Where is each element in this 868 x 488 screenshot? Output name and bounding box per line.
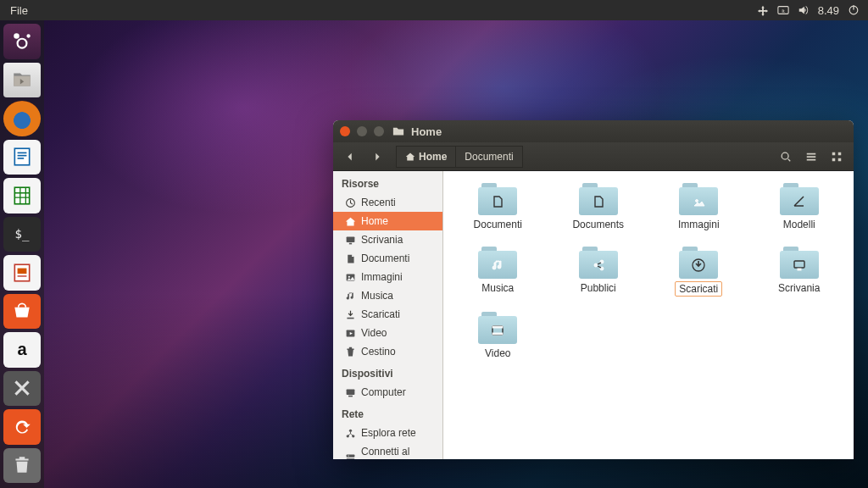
calc-launcher[interactable] — [3, 178, 41, 214]
nav-forward-button[interactable] — [365, 146, 389, 168]
nav-back-button[interactable] — [338, 146, 362, 168]
sidebar-item-recenti[interactable]: Recenti — [333, 193, 442, 212]
folder-documenti[interactable]: Documenti — [450, 183, 546, 231]
folder-icon — [780, 247, 819, 279]
path-bar: Home Documenti — [396, 146, 523, 168]
svg-point-24 — [348, 275, 350, 277]
svg-rect-22 — [349, 242, 352, 244]
sound-indicator-icon[interactable] — [798, 4, 810, 16]
keyboard-indicator-icon[interactable]: It — [777, 4, 789, 16]
update-launcher[interactable] — [3, 409, 41, 445]
svg-rect-14 — [18, 275, 27, 276]
sidebar-item-label: Connetti al server — [361, 446, 434, 459]
software-center-launcher[interactable] — [3, 294, 41, 330]
impress-launcher[interactable] — [3, 255, 41, 291]
window-maximize-button[interactable] — [374, 126, 384, 136]
path-segment-documenti[interactable]: Documenti — [456, 146, 522, 168]
folder-pubblici[interactable]: Pubblici — [551, 247, 647, 297]
computer-icon — [345, 387, 356, 398]
menu-file[interactable]: File — [0, 4, 38, 17]
list-view-button[interactable] — [799, 146, 823, 168]
folder-immagini[interactable]: Immagini — [651, 183, 747, 231]
folder-documents[interactable]: Documents — [551, 183, 647, 231]
window-minimize-button[interactable] — [357, 126, 367, 136]
icon-view-button[interactable] — [825, 146, 849, 168]
unity-launcher: $_ a — [0, 20, 44, 488]
folder-musica[interactable]: Musica — [450, 247, 546, 297]
home-icon — [405, 152, 415, 162]
sidebar-item-computer[interactable]: Computer — [333, 383, 442, 402]
files-launcher[interactable] — [3, 63, 41, 98]
top-menubar: File It 8.49 — [0, 0, 868, 20]
clock[interactable]: 8.49 — [818, 4, 839, 17]
svg-rect-43 — [492, 326, 503, 328]
trash-launcher[interactable] — [3, 448, 41, 484]
folder-icon — [478, 312, 517, 344]
sidebar-item-cestino[interactable]: Cestino — [333, 342, 442, 361]
sidebar-item-label: Video — [361, 327, 387, 339]
server-icon — [345, 452, 356, 460]
desktop-icon — [345, 235, 356, 246]
sidebar-item-label: Immagini — [361, 271, 403, 283]
svg-rect-26 — [347, 389, 355, 395]
system-tray: It 8.49 — [757, 4, 868, 17]
folder-label: Pubblici — [577, 281, 620, 295]
clock-icon — [345, 197, 356, 208]
sidebar-item-home[interactable]: Home — [333, 212, 442, 230]
svg-rect-18 — [832, 158, 836, 161]
sidebar-item-scrivania[interactable]: Scrivania — [333, 230, 442, 249]
sidebar-item-musica[interactable]: Musica — [333, 286, 442, 305]
network-icon — [345, 428, 356, 439]
firefox-launcher[interactable] — [3, 101, 41, 136]
sidebar-item-immagini[interactable]: Immagini — [333, 268, 442, 286]
terminal-launcher[interactable]: $_ — [3, 217, 41, 252]
sidebar-section-network: Rete — [333, 402, 442, 424]
writer-launcher[interactable] — [3, 140, 41, 175]
svg-rect-8 — [18, 152, 27, 154]
svg-rect-32 — [347, 458, 355, 459]
sidebar-item-scaricati[interactable]: Scaricati — [333, 305, 442, 324]
svg-point-5 — [18, 39, 27, 48]
folder-label: Documents — [569, 218, 627, 231]
folder-scrivania[interactable]: Scrivania — [752, 247, 848, 297]
sidebar-item-video[interactable]: Video — [333, 324, 442, 342]
folder-video[interactable]: Video — [450, 312, 546, 360]
folder-scaricati[interactable]: Scaricati — [651, 247, 747, 297]
folder-modelli[interactable]: Modelli — [752, 183, 848, 231]
svg-rect-40 — [794, 261, 804, 268]
window-titlebar[interactable]: Home — [333, 120, 854, 142]
svg-rect-9 — [18, 155, 27, 157]
trash-icon — [345, 347, 356, 358]
folder-label: Scrivania — [775, 281, 823, 295]
svg-rect-11 — [14, 187, 29, 204]
path-segment-home[interactable]: Home — [396, 146, 456, 168]
amazon-launcher[interactable]: a — [3, 332, 41, 368]
files-window: Home Home Documenti Risorse RecentiHomeS… — [333, 120, 854, 459]
folder-icon — [478, 247, 517, 279]
settings-launcher[interactable] — [3, 371, 41, 407]
search-button[interactable] — [774, 146, 798, 168]
sidebar-item-connetti-al-server[interactable]: Connetti al server — [333, 442, 442, 459]
svg-point-33 — [348, 455, 348, 456]
sidebar-item-label: Scaricati — [361, 308, 400, 320]
svg-point-4 — [14, 33, 19, 39]
folder-label: Video — [481, 347, 514, 360]
window-close-button[interactable] — [340, 126, 350, 136]
sidebar-item-documenti[interactable]: Documenti — [333, 249, 442, 268]
sidebar-item-esplora-rete[interactable]: Esplora rete — [333, 424, 442, 442]
sidebar-section-devices: Dispositivi — [333, 361, 442, 383]
dash-button[interactable] — [3, 24, 41, 59]
places-sidebar: Risorse RecentiHomeScrivaniaDocumentiImm… — [333, 171, 443, 459]
folder-view[interactable]: DocumentiDocumentsImmaginiModelliMusicaP… — [443, 171, 854, 459]
folder-icon — [478, 183, 517, 215]
sidebar-section-places: Risorse — [333, 171, 442, 193]
folder-icon — [579, 247, 618, 279]
folder-icon — [679, 247, 718, 279]
sidebar-item-label: Cestino — [361, 346, 396, 358]
svg-rect-16 — [832, 152, 836, 155]
music-icon — [345, 291, 356, 302]
svg-point-35 — [696, 199, 698, 202]
folder-label: Modelli — [780, 218, 819, 231]
network-indicator-icon[interactable] — [757, 4, 769, 16]
power-icon[interactable] — [848, 4, 860, 16]
